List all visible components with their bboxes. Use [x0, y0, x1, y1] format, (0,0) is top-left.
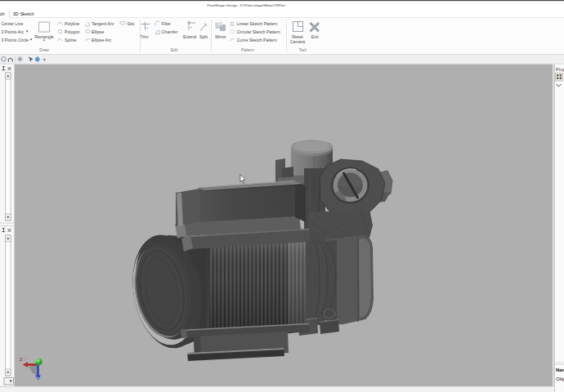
svg-text:Linear Sketch Pattern: Linear Sketch Pattern [237, 21, 278, 26]
svg-text:Spline: Spline [65, 38, 77, 42]
svg-text:Ellipse: Ellipse [92, 29, 104, 34]
svg-text:Fillet: Fillet [162, 21, 172, 26]
svg-text:3D Sketch: 3D Sketch [13, 11, 34, 16]
svg-text:Curve Sketch Pattern: Curve Sketch Pattern [237, 38, 277, 42]
svg-text:3 Points Circle: 3 Points Circle [2, 38, 29, 42]
svg-text:Polyline: Polyline [65, 21, 79, 26]
svg-text:Tool: Tool [298, 47, 306, 52]
svg-text:Mirror: Mirror [215, 34, 226, 39]
svg-text:Center Line: Center Line [2, 21, 24, 26]
svg-text:Chamfer: Chamfer [162, 29, 178, 34]
svg-text:Exit: Exit [311, 34, 319, 39]
svg-text:Split: Split [199, 34, 208, 39]
svg-text:PointShape Design - D:\Point s: PointShape Design - D:\Point shape\Motor… [207, 3, 285, 7]
svg-text:Camera: Camera [290, 39, 306, 44]
svg-text:Pattern: Pattern [241, 47, 254, 52]
svg-text:Extend: Extend [183, 34, 196, 39]
svg-text:tch: tch [0, 11, 5, 16]
svg-text:Slot: Slot [128, 21, 135, 26]
svg-text:Polygon: Polygon [65, 29, 80, 34]
svg-text:Trim: Trim [140, 34, 148, 39]
svg-text:Draw: Draw [39, 47, 49, 52]
svg-text:Prop: Prop [556, 67, 564, 72]
svg-text:Obje: Obje [556, 376, 564, 381]
svg-text:Circular Sketch Pattern: Circular Sketch Pattern [237, 29, 280, 34]
svg-text:Edit: Edit [171, 47, 178, 52]
svg-text:Rectangle: Rectangle [34, 34, 53, 39]
svg-text:Tangent Arc: Tangent Arc [92, 21, 114, 26]
svg-text:Reset: Reset [292, 34, 303, 39]
svg-text:Ellipse Arc: Ellipse Arc [92, 38, 112, 42]
svg-text:3 Points Arc: 3 Points Arc [2, 29, 25, 34]
svg-text:Nam: Nam [556, 368, 564, 372]
